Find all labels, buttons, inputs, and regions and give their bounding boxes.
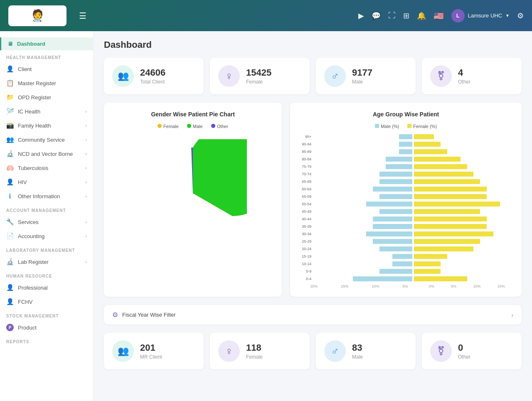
accounting-icon: 📄: [6, 232, 14, 240]
pyramid-bars: [313, 216, 513, 221]
section-account-management: ACCOUNT MANAGEMENT: [0, 203, 93, 215]
settings-icon[interactable]: ⚙: [517, 11, 524, 20]
sidebar-item-master-register[interactable]: 📋 Master Register: [0, 76, 93, 90]
sidebar-item-community-service[interactable]: 👥 Community Service ›: [0, 133, 93, 147]
sidebar-item-ncd-vector[interactable]: 🔬 NCD and Vector Borne ›: [0, 147, 93, 161]
bottom-other-number: 0: [458, 342, 513, 353]
female-label: Female: [246, 79, 301, 85]
hamburger-button[interactable]: ☰: [79, 11, 86, 21]
sidebar-item-lab-register[interactable]: 🔬 Lab Register ›: [0, 255, 93, 269]
chevron-down-icon: ▼: [505, 13, 510, 18]
male-number: 9177: [352, 67, 407, 78]
chevron-right-icon: ›: [85, 194, 87, 199]
sidebar-item-other-info[interactable]: ℹ Other Information ›: [0, 189, 93, 203]
pyramid-age-label: 25-29: [298, 239, 313, 244]
topnav: 🧑‍⚕️ ☰ ▶ 💬 ⛶ ⊞ 🔔 🇺🇸 L Lamsure UHC ▼ ⚙: [0, 0, 532, 31]
fiscal-year-filter[interactable]: ⚙ Fiscal Year Wise Filter ›: [104, 305, 522, 325]
chat-icon[interactable]: 💬: [372, 11, 381, 20]
bar-male: [379, 269, 413, 274]
grid-icon[interactable]: ⊞: [403, 11, 409, 20]
pyramid-age-label: 60-64: [298, 187, 313, 191]
sidebar-item-dashboard[interactable]: 🖥 Dashboard: [0, 37, 93, 50]
pyramid-row: 65-69: [298, 178, 513, 185]
pyramid-left: [313, 149, 413, 154]
pyramid-bars: [313, 194, 513, 199]
legend-other: Other: [211, 124, 229, 129]
pyramid-left: [313, 202, 413, 207]
pyramid-left: [313, 164, 413, 169]
stat-info-other: 4 Other: [458, 67, 513, 85]
expand-icon[interactable]: ⛶: [388, 11, 396, 20]
pyramid-left: [313, 172, 413, 177]
stat-card-total-client: 👥 24606 Total Client: [104, 58, 204, 94]
pyramid-right: [413, 239, 513, 244]
stat-card-bottom-female: ♀ 118 Female: [210, 333, 310, 369]
sidebar-item-hiv[interactable]: 👤 HIV ›: [0, 175, 93, 189]
video-icon[interactable]: ▶: [358, 11, 364, 20]
pie-legend: Female Male Other: [112, 124, 273, 129]
hiv-icon: 👤: [6, 178, 14, 186]
bar-female: [414, 187, 487, 192]
pyramid-bars: [313, 239, 513, 244]
pyramid-age-label: 55-59: [298, 194, 313, 199]
sidebar-item-services[interactable]: 🔧 Services ›: [0, 215, 93, 229]
stat-card-male: ♂ 9177 Male: [316, 58, 416, 94]
sidebar-item-client[interactable]: 👤 Client: [0, 62, 93, 76]
pyramid-age-label: 0-4: [298, 277, 313, 281]
x-label: 0%: [429, 284, 434, 288]
sidebar-item-opd-register[interactable]: 📁 OPD Register: [0, 90, 93, 104]
pyramid-right: [413, 261, 513, 266]
product-icon: P: [6, 324, 14, 331]
bar-female: [414, 254, 447, 259]
sidebar-item-product[interactable]: P Product: [0, 320, 93, 335]
pyramid-left: [313, 187, 413, 192]
legend-male: Male: [187, 124, 203, 129]
sidebar-item-accounting[interactable]: 📄 Accounting ›: [0, 229, 93, 243]
pyramid-right: [413, 194, 513, 199]
bar-female: [414, 142, 441, 147]
bar-male: [392, 254, 412, 259]
bar-male: [353, 276, 412, 281]
bar-male: [399, 134, 412, 139]
sidebar-label-opd-register: OPD Register: [18, 94, 51, 101]
bar-female: [414, 261, 441, 266]
sidebar-item-ic-health[interactable]: 🪡 IC Health ›: [0, 104, 93, 118]
bar-female: [414, 172, 473, 177]
bar-male: [366, 202, 412, 207]
sidebar-label-product: Product: [18, 325, 37, 331]
pyramid-bars: [313, 276, 513, 281]
pyramid-row: 90-94: [298, 140, 513, 148]
sidebar-label-accounting: Accounting: [18, 233, 44, 239]
pyramid-row: 25-29: [298, 238, 513, 245]
sidebar-item-professional[interactable]: 👤 Professional: [0, 280, 93, 295]
x-label: 10%: [372, 284, 379, 288]
sidebar-item-tuberculosis[interactable]: 🫁 Tuberculosis ›: [0, 161, 93, 175]
pyramid-left: [313, 231, 413, 236]
sidebar-label-tuberculosis: Tuberculosis: [18, 165, 48, 171]
bar-male: [386, 164, 412, 169]
bar-male: [379, 179, 413, 184]
sidebar-item-fchv[interactable]: 👤 FCHV: [0, 295, 93, 309]
mr-client-number: 201: [140, 342, 195, 353]
pyramid-chart: 95+ 90-94 85-89: [298, 133, 513, 288]
pyramid-left: [313, 239, 413, 244]
pyramid-age-label: 35-39: [298, 224, 313, 229]
sidebar-item-family-health[interactable]: 📸 Family Health ›: [0, 118, 93, 133]
pyramid-right: [413, 216, 513, 221]
fiscal-label: Fiscal Year Wise Filter: [122, 312, 176, 318]
sidebar-label-lab-register: Lab Register: [18, 259, 49, 265]
bar-female: [414, 157, 460, 162]
pyramid-age-label: 85-89: [298, 150, 313, 154]
fchv-icon: 👤: [6, 298, 14, 305]
bell-icon[interactable]: 🔔: [417, 11, 426, 20]
chevron-right-icon: ›: [85, 180, 87, 185]
user-menu[interactable]: L Lamsure UHC ▼: [451, 9, 510, 22]
bar-male: [379, 209, 413, 214]
bottom-male-number: 83: [352, 342, 407, 353]
pyramid-row: 5-9: [298, 268, 513, 275]
pyramid-row: 15-19: [298, 253, 513, 260]
content-area: Dashboard 👥 24606 Total Client ♀ 15425 F…: [94, 31, 532, 401]
legend-female-pct: Female (%): [407, 124, 437, 129]
pyramid-bars: [313, 149, 513, 154]
x-label: 5%: [451, 284, 456, 288]
